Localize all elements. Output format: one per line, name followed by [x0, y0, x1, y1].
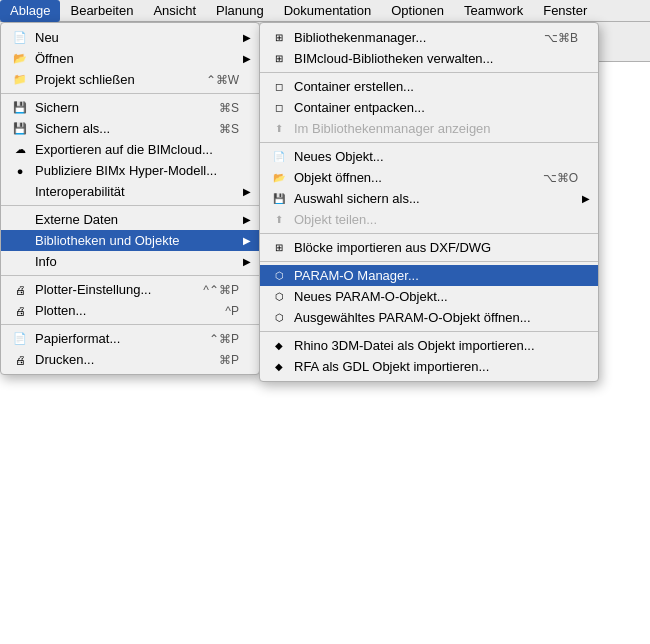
bibliothekenmanager-icon: ⊞	[270, 32, 288, 43]
objekt-teilen-icon: ⬆	[270, 214, 288, 225]
menubar-item-ansicht[interactable]: Ansicht	[143, 0, 206, 22]
submenu-item-rhino[interactable]: ◆ Rhino 3DM-Datei als Objekt importieren…	[260, 335, 598, 356]
submenu-item-container-entpacken[interactable]: ◻ Container entpacken...	[260, 97, 598, 118]
menu-item-drucken-label: Drucken...	[35, 352, 94, 367]
papierformat-icon: 📄	[11, 332, 29, 345]
submenu-item-objekt-oeffnen[interactable]: 📂 Objekt öffnen... ⌥⌘O	[260, 167, 598, 188]
menu-item-plotten[interactable]: 🖨 Plotten... ^P	[1, 300, 259, 321]
sichern-icon: 💾	[11, 101, 29, 114]
menu-item-oeffnen-label: Öffnen	[35, 51, 74, 66]
menu-item-info[interactable]: Info	[1, 251, 259, 272]
submenu-item-im-bibliothekenmanager-label: Im Bibliothekenmanager anzeigen	[294, 121, 491, 136]
menu-item-plotter-einstellung[interactable]: 🖨 Plotter-Einstellung... ^⌃⌘P	[1, 279, 259, 300]
sichern-shortcut: ⌘S	[199, 101, 239, 115]
publiziere-icon: ●	[11, 165, 29, 177]
submenu-item-param-o-manager[interactable]: ⬡ PARAM-O Manager...	[260, 265, 598, 286]
submenu-item-auswahl-sichern[interactable]: 💾 Auswahl sichern als...	[260, 188, 598, 209]
menu-item-plotten-label: Plotten...	[35, 303, 86, 318]
menu-item-externe-daten[interactable]: Externe Daten	[1, 209, 259, 230]
sep1	[1, 93, 259, 94]
menu-item-oeffnen[interactable]: 📂 Öffnen	[1, 48, 259, 69]
menu-item-plotter-einstellung-label: Plotter-Einstellung...	[35, 282, 151, 297]
submenu-item-bibliothekenmanager-label: Bibliothekenmanager...	[294, 30, 426, 45]
submenu-item-objekt-teilen[interactable]: ⬆ Objekt teilen...	[260, 209, 598, 230]
sep4	[1, 324, 259, 325]
submenu-item-im-bibliothekenmanager[interactable]: ⬆ Im Bibliothekenmanager anzeigen	[260, 118, 598, 139]
menu-item-interoperabilitaet[interactable]: Interoperabilität	[1, 181, 259, 202]
menu-item-papierformat[interactable]: 📄 Papierformat... ⌃⌘P	[1, 328, 259, 349]
plotter-einstellung-shortcut: ^⌃⌘P	[183, 283, 239, 297]
menu-item-sichern[interactable]: 💾 Sichern ⌘S	[1, 97, 259, 118]
objekt-oeffnen-icon: 📂	[270, 172, 288, 183]
submenu-item-rhino-label: Rhino 3DM-Datei als Objekt importieren..…	[294, 338, 535, 353]
rfa-icon: ◆	[270, 361, 288, 372]
submenu-item-neues-objekt[interactable]: 📄 Neues Objekt...	[260, 146, 598, 167]
submenu-item-bimcloud[interactable]: ⊞ BIMcloud-Bibliotheken verwalten...	[260, 48, 598, 69]
menu-item-exportieren-label: Exportieren auf die BIMcloud...	[35, 142, 213, 157]
projekt-icon: 📁	[11, 73, 29, 86]
papierformat-shortcut: ⌃⌘P	[189, 332, 239, 346]
menubar-item-bearbeiten[interactable]: Bearbeiten	[60, 0, 143, 22]
menubar-item-fenster[interactable]: Fenster	[533, 0, 597, 22]
submenu-item-neues-param-o-label: Neues PARAM-O-Objekt...	[294, 289, 448, 304]
container-entpacken-icon: ◻	[270, 102, 288, 113]
objekt-oeffnen-shortcut: ⌥⌘O	[523, 171, 578, 185]
submenu-item-param-o-manager-label: PARAM-O Manager...	[294, 268, 419, 283]
bibliotheken-submenu: ⊞ Bibliothekenmanager... ⌥⌘B ⊞ BIMcloud-…	[259, 22, 599, 382]
drucken-icon: 🖨	[11, 354, 29, 366]
menu-item-sichern-als[interactable]: 💾 Sichern als... ⌘S	[1, 118, 259, 139]
plotten-icon: 🖨	[11, 305, 29, 317]
menubar-item-ablage[interactable]: Ablage	[0, 0, 60, 22]
menubar-item-planung[interactable]: Planung	[206, 0, 274, 22]
submenu-item-ausgewaehltes-param-o[interactable]: ⬡ Ausgewähltes PARAM-O-Objekt öffnen...	[260, 307, 598, 328]
menu-item-interoperabilitaet-label: Interoperabilität	[35, 184, 125, 199]
menu-item-sichern-label: Sichern	[35, 100, 79, 115]
sub-sep2	[260, 142, 598, 143]
menubar-item-optionen[interactable]: Optionen	[381, 0, 454, 22]
submenu-item-bloecke-importieren[interactable]: ⊞ Blöcke importieren aus DXF/DWG	[260, 237, 598, 258]
menu-item-publiziere[interactable]: ● Publiziere BIMx Hyper-Modell...	[1, 160, 259, 181]
menu-item-drucken[interactable]: 🖨 Drucken... ⌘P	[1, 349, 259, 370]
menubar-item-teamwork[interactable]: Teamwork	[454, 0, 533, 22]
menu-item-exportieren[interactable]: ☁ Exportieren auf die BIMcloud...	[1, 139, 259, 160]
auswahl-sichern-icon: 💾	[270, 193, 288, 204]
submenu-item-objekt-teilen-label: Objekt teilen...	[294, 212, 377, 227]
sub-sep3	[260, 233, 598, 234]
bimcloud-icon: ⊞	[270, 53, 288, 64]
plotten-shortcut: ^P	[205, 304, 239, 318]
param-o-manager-icon: ⬡	[270, 270, 288, 281]
menu-item-projekt-schliessen[interactable]: 📁 Projekt schließen ⌃⌘W	[1, 69, 259, 90]
im-bibliothekenmanager-icon: ⬆	[270, 123, 288, 134]
container-erstellen-icon: ◻	[270, 81, 288, 92]
ablage-menu: 📄 Neu 📂 Öffnen 📁 Projekt schließen ⌃⌘W 💾…	[0, 22, 260, 375]
oeffnen-icon: 📂	[11, 52, 29, 65]
sub-sep1	[260, 72, 598, 73]
neues-param-o-icon: ⬡	[270, 291, 288, 302]
menu-item-sichern-als-label: Sichern als...	[35, 121, 110, 136]
submenu-item-bibliothekenmanager[interactable]: ⊞ Bibliothekenmanager... ⌥⌘B	[260, 27, 598, 48]
sep2	[1, 205, 259, 206]
submenu-item-bimcloud-label: BIMcloud-Bibliotheken verwalten...	[294, 51, 493, 66]
menu-item-neu[interactable]: 📄 Neu	[1, 27, 259, 48]
menu-item-info-label: Info	[35, 254, 57, 269]
submenu-item-auswahl-sichern-label: Auswahl sichern als...	[294, 191, 420, 206]
submenu-item-neues-param-o[interactable]: ⬡ Neues PARAM-O-Objekt...	[260, 286, 598, 307]
submenu-item-bloecke-importieren-label: Blöcke importieren aus DXF/DWG	[294, 240, 491, 255]
menu-item-bibliotheken[interactable]: Bibliotheken und Objekte	[1, 230, 259, 251]
submenu-item-neues-objekt-label: Neues Objekt...	[294, 149, 384, 164]
sichern-als-shortcut: ⌘S	[199, 122, 239, 136]
neues-objekt-icon: 📄	[270, 151, 288, 162]
bloecke-icon: ⊞	[270, 242, 288, 253]
rhino-icon: ◆	[270, 340, 288, 351]
menubar-item-dokumentation[interactable]: Dokumentation	[274, 0, 381, 22]
menubar: Ablage Bearbeiten Ansicht Planung Dokume…	[0, 0, 650, 22]
sep3	[1, 275, 259, 276]
projekt-schliessen-shortcut: ⌃⌘W	[186, 73, 239, 87]
submenu-item-container-erstellen[interactable]: ◻ Container erstellen...	[260, 76, 598, 97]
submenu-item-rfa[interactable]: ◆ RFA als GDL Objekt importieren...	[260, 356, 598, 377]
submenu-item-rfa-label: RFA als GDL Objekt importieren...	[294, 359, 489, 374]
sichern-als-icon: 💾	[11, 122, 29, 135]
ausgewaehltes-param-o-icon: ⬡	[270, 312, 288, 323]
plotter-icon: 🖨	[11, 284, 29, 296]
bibliothekenmanager-shortcut: ⌥⌘B	[524, 31, 578, 45]
